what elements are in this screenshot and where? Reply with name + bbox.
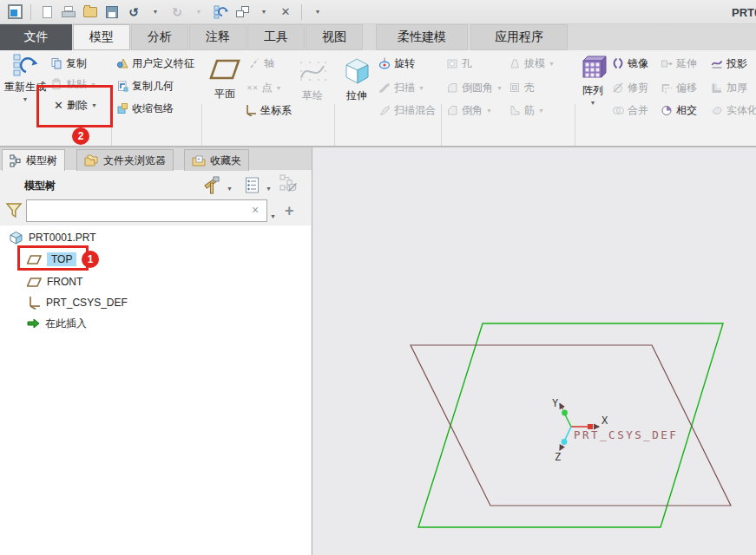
intersect-label: 相交	[676, 103, 697, 118]
rib-caret: ▼	[538, 108, 544, 114]
favorites-icon: *	[192, 155, 206, 166]
copy-button[interactable]: 复制	[50, 56, 87, 71]
datum-plane-icon	[209, 52, 240, 85]
tab-model-tree[interactable]: 模型树	[2, 149, 65, 171]
thicken-label: 加厚	[726, 81, 747, 95]
intersect-button[interactable]: 相交	[661, 102, 697, 118]
revolve-icon	[378, 57, 391, 69]
ribbon-tab-strip: 文件 模型 分析 注释 工具 视图 柔性建模 应用程序	[0, 24, 756, 50]
tab-model[interactable]: 模型	[73, 24, 130, 50]
folder-browser-icon	[84, 154, 99, 166]
windows-icon[interactable]	[234, 3, 250, 21]
copy-geometry-button[interactable]: 复制几何	[116, 78, 174, 94]
solidify-label: 实体化	[726, 103, 756, 118]
tab-applications[interactable]: 应用程序	[470, 24, 568, 50]
csys-name-label[interactable]: PRT_CSYS_DEF	[574, 428, 678, 441]
extend-button: 延伸	[661, 56, 697, 71]
part-icon	[9, 231, 23, 245]
customize-toolbar-caret[interactable]: ▼	[310, 3, 325, 21]
filter-funnel-icon[interactable]	[5, 201, 23, 220]
tree-item-insert-here[interactable]: 在此插入	[27, 315, 87, 332]
mirror-label: 镜像	[628, 56, 648, 71]
plane-icon	[27, 255, 42, 264]
sketch-label: 草绘	[302, 88, 323, 103]
filter-caret[interactable]: ▼	[270, 206, 276, 225]
toolbar-separator	[30, 4, 31, 20]
delete-caret[interactable]: ▼	[91, 102, 97, 108]
tree-tools-icon[interactable]	[203, 175, 220, 194]
tab-view[interactable]: 视图	[306, 24, 363, 50]
app-icon[interactable]	[7, 3, 23, 21]
project-button[interactable]: 投影	[711, 56, 747, 71]
filter-clear-icon[interactable]: ×	[252, 203, 259, 217]
offset-button: 偏移	[661, 80, 697, 95]
pattern-caret[interactable]: ▼	[590, 100, 596, 106]
tree-tools-caret[interactable]: ▼	[227, 179, 233, 198]
print-icon[interactable]	[61, 3, 76, 21]
shrinkwrap-button[interactable]: 收缩包络	[116, 101, 174, 116]
save-icon[interactable]	[104, 3, 120, 21]
tree-item-part-root[interactable]: PRT0001.PRT	[9, 229, 96, 246]
favorites-tab-label: 收藏夹	[210, 153, 241, 168]
undo-dropdown-caret[interactable]: ▼	[148, 3, 163, 21]
tree-filter-input[interactable]	[26, 199, 267, 222]
navigator-tab-strip: 模型树 文件夹浏览器 * 收藏夹	[0, 147, 312, 170]
tree-item-top-plane[interactable]: TOP	[27, 251, 76, 268]
draft-caret: ▼	[549, 61, 555, 67]
extrude-button[interactable]: 拉伸	[337, 52, 377, 103]
default-coordinate-system[interactable]: X Y Z PRT_CSYS_DEF	[552, 397, 678, 463]
plane-icon	[27, 278, 42, 287]
delete-icon: ✕	[54, 99, 63, 112]
extrude-icon	[342, 52, 371, 87]
undo-icon[interactable]: ↺	[126, 3, 141, 21]
svg-text:*: *	[197, 155, 200, 163]
regenerate-label: 重新生成	[4, 80, 46, 95]
sweep-icon	[378, 82, 391, 94]
tab-flexible-modeling[interactable]: 柔性建模	[376, 24, 468, 50]
delete-button[interactable]: ✕ 删除 ▼	[54, 97, 97, 113]
tree-display-settings-caret[interactable]: ▼	[266, 179, 272, 198]
tab-folder-browser[interactable]: 文件夹浏览器	[76, 149, 174, 171]
regenerate-settings-icon[interactable]	[213, 3, 228, 21]
graphics-canvas[interactable]: X Y Z PRT_CSYS_DEF	[312, 147, 756, 555]
tab-favorites[interactable]: * 收藏夹	[184, 149, 249, 171]
z-axis-label: Z	[555, 451, 561, 463]
tab-annotate[interactable]: 注释	[189, 24, 247, 50]
tab-tools[interactable]: 工具	[247, 24, 305, 50]
project-icon	[711, 57, 723, 69]
datum-plane-button[interactable]: 平面	[205, 52, 245, 101]
model-tree-icon	[10, 154, 22, 167]
annotation-badge-step-2: 2	[72, 127, 89, 145]
new-file-icon[interactable]	[39, 3, 55, 21]
sweep-label: 扫描	[394, 81, 415, 95]
tab-analysis[interactable]: 分析	[131, 24, 188, 50]
pattern-button[interactable]: 阵列 ▼	[575, 52, 610, 106]
csys-icon	[27, 296, 41, 310]
tree-item-label: PRT_CSYS_DEF	[46, 297, 128, 309]
model-tree-header-title: 模型树	[24, 179, 56, 193]
udf-button[interactable]: 用户定义特征	[116, 56, 194, 71]
tree-show-hide-icon	[279, 174, 299, 193]
windows-dropdown-caret[interactable]: ▼	[256, 3, 272, 21]
mirror-button[interactable]: 镜像	[612, 56, 648, 71]
filter-add-icon[interactable]: +	[285, 201, 294, 220]
close-window-icon[interactable]: ✕	[278, 3, 293, 21]
merge-icon	[612, 104, 624, 116]
regenerate-caret[interactable]: ▼	[23, 96, 29, 102]
regenerate-button[interactable]: 重新生成 ▼	[2, 52, 49, 102]
tree-item-csys[interactable]: PRT_CSYS_DEF	[27, 294, 128, 311]
copy-label: 复制	[66, 56, 87, 71]
revolve-button[interactable]: 旋转	[378, 56, 415, 71]
tree-item-front-plane[interactable]: FRONT	[27, 273, 82, 291]
tree-item-label: PRT0001.PRT	[29, 232, 96, 244]
z-axis	[565, 427, 571, 440]
round-icon	[446, 82, 458, 94]
datum-csys-button[interactable]: 坐标系	[245, 102, 292, 118]
tree-display-settings-icon[interactable]	[245, 175, 260, 194]
swept-blend-button: 扫描混合	[378, 102, 436, 118]
open-file-icon[interactable]	[82, 3, 98, 21]
trim-icon	[612, 82, 624, 94]
tree-item-label: TOP	[47, 252, 76, 266]
tab-file[interactable]: 文件	[0, 24, 72, 50]
datum-point-icon: ✕✕	[247, 84, 258, 92]
